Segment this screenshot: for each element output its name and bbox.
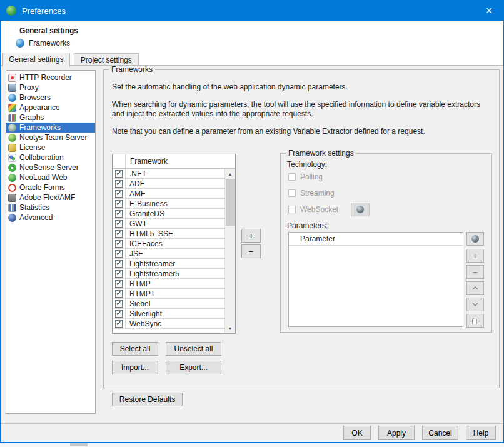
cancel-button[interactable]: Cancel [422,426,458,440]
parameter-copy-button[interactable] [466,314,484,328]
sidebar-item-neoload-web[interactable]: NeoLoad Web [6,173,95,183]
sidebar-item-license[interactable]: License [6,143,95,153]
websocket-extractor-button[interactable] [351,203,370,216]
parameters-table[interactable]: Parameter [288,232,463,327]
sidebar-item-label: Collaboration [19,153,64,162]
framework-checkbox[interactable] [115,190,123,198]
breadcrumb: Frameworks [16,39,503,48]
collaboration-icon [8,154,16,162]
websocket-checkbox[interactable] [288,206,296,213]
framework-checkbox[interactable] [115,320,123,328]
framework-checkbox[interactable] [115,300,123,308]
framework-row[interactable]: WebSync [113,319,224,329]
framework-checkbox[interactable] [115,280,123,288]
framework-row[interactable]: Lightstreamer [113,259,224,269]
technology-label: Technology: [287,160,327,169]
framework-name: Silverlight [126,309,162,318]
sidebar-item-statistics[interactable]: Statistics [6,203,95,213]
parameter-remove-button[interactable]: − [466,265,484,279]
parameter-add-button[interactable]: + [466,249,484,263]
framework-settings-title: Framework settings [286,149,356,158]
checkbox-cell [113,209,126,218]
framework-row[interactable]: GWT [113,219,224,229]
sidebar-item-adobe-flex-amf[interactable]: Adobe Flex/AMF [6,193,95,203]
framework-checkbox[interactable] [115,220,123,228]
framework-row[interactable]: Silverlight [113,309,224,319]
framework-row[interactable]: .NET [113,169,224,179]
sidebar-item-oracle-forms[interactable]: Oracle Forms [6,183,95,193]
sidebar-item-browsers[interactable]: Browsers [6,93,95,103]
framework-checkbox[interactable] [115,240,123,248]
parameter-move-up-button[interactable] [466,281,484,295]
import-button[interactable]: Import... [112,361,158,374]
framework-row[interactable]: Lightstreamer5 [113,269,224,279]
parameter-move-down-button[interactable] [466,298,484,311]
sidebar-item-neosense-server[interactable]: NeoSense Server [6,163,95,173]
ok-button[interactable]: OK [343,426,371,440]
framework-checkbox[interactable] [115,290,123,298]
framework-row[interactable]: ICEFaces [113,239,224,249]
sidebar-item-frameworks[interactable]: Frameworks [6,123,95,133]
sidebar-item-proxy[interactable]: Proxy [6,83,95,93]
apply-button[interactable]: Apply [378,426,415,440]
parameters-label: Parameters: [287,221,328,230]
sidebar-item-label: HTTP Recorder [19,73,72,82]
framework-name: Siebel [126,299,150,308]
streaming-checkbox[interactable] [288,189,296,197]
neoload-web-icon [8,174,16,182]
framework-checkbox[interactable] [115,180,123,188]
sidebar-item-label: Proxy [19,83,39,92]
frameworks-globe-icon [16,39,24,48]
framework-checkbox[interactable] [115,210,123,218]
close-icon[interactable]: ✕ [475,1,503,21]
framework-name: RTMP [126,279,151,288]
framework-checkbox[interactable] [115,200,123,208]
polling-checkbox[interactable] [288,173,296,181]
sidebar-item-appearance[interactable]: Appearance [6,103,95,113]
frameworks-table-body: .NET ADF AMF E-Business GraniteDS GWT HT… [113,169,235,333]
framework-checkbox[interactable] [115,310,123,318]
polling-option: Polling [288,173,323,181]
unselect-all-button[interactable]: Unselect all [166,342,221,356]
framework-row[interactable]: ADF [113,179,224,189]
scroll-down-icon[interactable]: ▼ [225,323,235,333]
remove-framework-button[interactable]: − [241,244,261,258]
framework-row[interactable]: AMF [113,189,224,199]
framework-name: Lightstreamer5 [126,269,179,278]
sidebar-item-label: Neotys Team Server [19,133,88,142]
select-all-button[interactable]: Select all [112,342,158,356]
framework-row[interactable]: RTMPT [113,289,224,299]
sidebar-item-neotys-team-server[interactable]: Neotys Team Server [6,133,95,143]
parameter-extractor-button[interactable] [466,232,484,246]
framework-row[interactable]: RTMP [113,279,224,289]
sidebar-item-graphs[interactable]: Graphs [6,113,95,123]
window-title: Preferences [22,6,66,16]
framework-row[interactable]: HTML5_SSE [113,229,224,239]
table-scrollbar[interactable]: ▲ ▼ [224,169,235,333]
sidebar-item-advanced[interactable]: Advanced [6,213,95,223]
tab-general-settings[interactable]: General settings [2,53,70,67]
framework-name: Lightstreamer [126,259,175,268]
framework-row[interactable]: E-Business [113,199,224,209]
content-area: HTTP Recorder Proxy Browsers Appearance … [1,66,503,424]
description-line-2: When searching for dynamic parameters, t… [112,100,491,119]
framework-row[interactable]: Siebel [113,299,224,309]
checkbox-cell [113,279,126,288]
export-button[interactable]: Export... [166,361,221,374]
description: Set the automatic handling of the web ap… [104,70,499,136]
framework-checkbox[interactable] [115,230,123,238]
framework-row[interactable]: JSF [113,249,224,259]
add-framework-button[interactable]: + [241,229,261,243]
scroll-up-icon[interactable]: ▲ [225,169,235,179]
tab-project-settings[interactable]: Project settings [74,53,139,67]
framework-checkbox[interactable] [115,170,123,178]
framework-checkbox[interactable] [115,260,123,268]
framework-checkbox[interactable] [115,250,123,258]
sidebar-item-collaboration[interactable]: Collaboration [6,153,95,163]
framework-row[interactable]: GraniteDS [113,209,224,219]
sidebar-item-http-recorder[interactable]: HTTP Recorder [6,73,95,83]
framework-checkbox[interactable] [115,270,123,278]
help-button[interactable]: Help [466,426,496,440]
restore-defaults-button[interactable]: Restore Defaults [112,393,183,406]
scroll-thumb[interactable] [226,179,235,226]
